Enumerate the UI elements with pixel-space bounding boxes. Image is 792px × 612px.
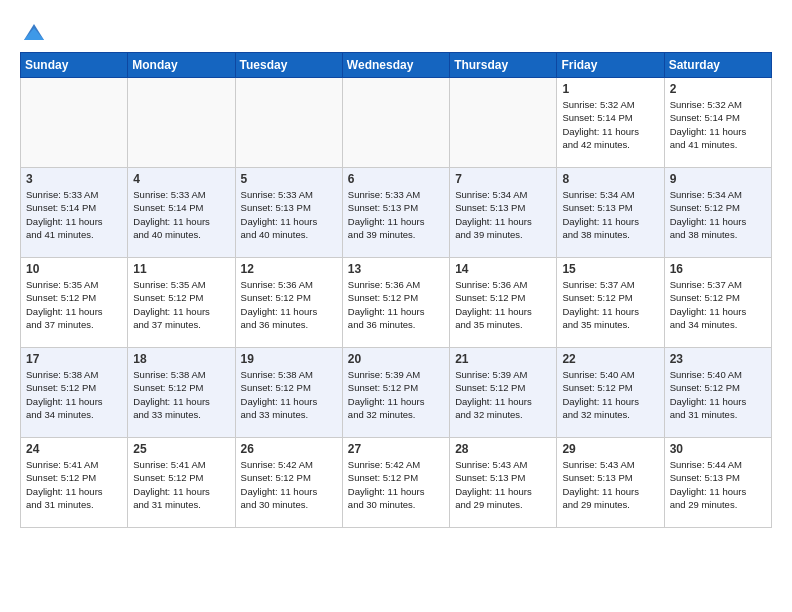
calendar-cell: 24Sunrise: 5:41 AM Sunset: 5:12 PM Dayli… — [21, 438, 128, 528]
weekday-header: Monday — [128, 53, 235, 78]
day-info: Sunrise: 5:33 AM Sunset: 5:14 PM Dayligh… — [133, 188, 229, 241]
calendar-cell: 20Sunrise: 5:39 AM Sunset: 5:12 PM Dayli… — [342, 348, 449, 438]
day-number: 6 — [348, 172, 444, 186]
calendar-cell: 14Sunrise: 5:36 AM Sunset: 5:12 PM Dayli… — [450, 258, 557, 348]
day-number: 14 — [455, 262, 551, 276]
weekday-header: Friday — [557, 53, 664, 78]
day-info: Sunrise: 5:34 AM Sunset: 5:13 PM Dayligh… — [455, 188, 551, 241]
calendar-cell: 1Sunrise: 5:32 AM Sunset: 5:14 PM Daylig… — [557, 78, 664, 168]
day-info: Sunrise: 5:37 AM Sunset: 5:12 PM Dayligh… — [670, 278, 766, 331]
day-number: 29 — [562, 442, 658, 456]
page-header — [20, 10, 772, 46]
weekday-header: Wednesday — [342, 53, 449, 78]
calendar-cell: 11Sunrise: 5:35 AM Sunset: 5:12 PM Dayli… — [128, 258, 235, 348]
day-info: Sunrise: 5:33 AM Sunset: 5:14 PM Dayligh… — [26, 188, 122, 241]
day-info: Sunrise: 5:37 AM Sunset: 5:12 PM Dayligh… — [562, 278, 658, 331]
day-info: Sunrise: 5:43 AM Sunset: 5:13 PM Dayligh… — [455, 458, 551, 511]
calendar-cell: 8Sunrise: 5:34 AM Sunset: 5:13 PM Daylig… — [557, 168, 664, 258]
calendar-cell: 15Sunrise: 5:37 AM Sunset: 5:12 PM Dayli… — [557, 258, 664, 348]
calendar-cell: 17Sunrise: 5:38 AM Sunset: 5:12 PM Dayli… — [21, 348, 128, 438]
day-number: 16 — [670, 262, 766, 276]
day-info: Sunrise: 5:36 AM Sunset: 5:12 PM Dayligh… — [241, 278, 337, 331]
day-number: 8 — [562, 172, 658, 186]
calendar-cell: 22Sunrise: 5:40 AM Sunset: 5:12 PM Dayli… — [557, 348, 664, 438]
calendar-cell: 5Sunrise: 5:33 AM Sunset: 5:13 PM Daylig… — [235, 168, 342, 258]
calendar-header-row: SundayMondayTuesdayWednesdayThursdayFrid… — [21, 53, 772, 78]
calendar-cell: 21Sunrise: 5:39 AM Sunset: 5:12 PM Dayli… — [450, 348, 557, 438]
day-info: Sunrise: 5:35 AM Sunset: 5:12 PM Dayligh… — [26, 278, 122, 331]
day-info: Sunrise: 5:35 AM Sunset: 5:12 PM Dayligh… — [133, 278, 229, 331]
day-info: Sunrise: 5:41 AM Sunset: 5:12 PM Dayligh… — [133, 458, 229, 511]
calendar-cell: 12Sunrise: 5:36 AM Sunset: 5:12 PM Dayli… — [235, 258, 342, 348]
day-info: Sunrise: 5:40 AM Sunset: 5:12 PM Dayligh… — [562, 368, 658, 421]
calendar-week-row: 10Sunrise: 5:35 AM Sunset: 5:12 PM Dayli… — [21, 258, 772, 348]
day-info: Sunrise: 5:34 AM Sunset: 5:13 PM Dayligh… — [562, 188, 658, 241]
day-number: 19 — [241, 352, 337, 366]
calendar-cell — [128, 78, 235, 168]
day-number: 7 — [455, 172, 551, 186]
calendar-cell: 27Sunrise: 5:42 AM Sunset: 5:12 PM Dayli… — [342, 438, 449, 528]
day-number: 15 — [562, 262, 658, 276]
weekday-header: Sunday — [21, 53, 128, 78]
day-number: 23 — [670, 352, 766, 366]
calendar-cell: 28Sunrise: 5:43 AM Sunset: 5:13 PM Dayli… — [450, 438, 557, 528]
day-number: 12 — [241, 262, 337, 276]
logo — [20, 10, 52, 46]
day-number: 2 — [670, 82, 766, 96]
day-info: Sunrise: 5:33 AM Sunset: 5:13 PM Dayligh… — [348, 188, 444, 241]
calendar-cell — [342, 78, 449, 168]
day-info: Sunrise: 5:41 AM Sunset: 5:12 PM Dayligh… — [26, 458, 122, 511]
day-number: 20 — [348, 352, 444, 366]
day-info: Sunrise: 5:36 AM Sunset: 5:12 PM Dayligh… — [348, 278, 444, 331]
day-info: Sunrise: 5:39 AM Sunset: 5:12 PM Dayligh… — [348, 368, 444, 421]
day-number: 10 — [26, 262, 122, 276]
day-number: 17 — [26, 352, 122, 366]
calendar-cell: 23Sunrise: 5:40 AM Sunset: 5:12 PM Dayli… — [664, 348, 771, 438]
day-number: 21 — [455, 352, 551, 366]
calendar-cell: 2Sunrise: 5:32 AM Sunset: 5:14 PM Daylig… — [664, 78, 771, 168]
day-info: Sunrise: 5:39 AM Sunset: 5:12 PM Dayligh… — [455, 368, 551, 421]
calendar-cell — [21, 78, 128, 168]
calendar-cell: 18Sunrise: 5:38 AM Sunset: 5:12 PM Dayli… — [128, 348, 235, 438]
day-info: Sunrise: 5:36 AM Sunset: 5:12 PM Dayligh… — [455, 278, 551, 331]
day-info: Sunrise: 5:38 AM Sunset: 5:12 PM Dayligh… — [241, 368, 337, 421]
day-number: 22 — [562, 352, 658, 366]
calendar-cell: 25Sunrise: 5:41 AM Sunset: 5:12 PM Dayli… — [128, 438, 235, 528]
calendar-cell — [450, 78, 557, 168]
calendar-cell: 4Sunrise: 5:33 AM Sunset: 5:14 PM Daylig… — [128, 168, 235, 258]
day-number: 27 — [348, 442, 444, 456]
day-number: 4 — [133, 172, 229, 186]
day-number: 26 — [241, 442, 337, 456]
day-info: Sunrise: 5:40 AM Sunset: 5:12 PM Dayligh… — [670, 368, 766, 421]
logo-icon — [20, 18, 48, 46]
day-info: Sunrise: 5:34 AM Sunset: 5:12 PM Dayligh… — [670, 188, 766, 241]
calendar-cell: 30Sunrise: 5:44 AM Sunset: 5:13 PM Dayli… — [664, 438, 771, 528]
day-number: 5 — [241, 172, 337, 186]
day-number: 9 — [670, 172, 766, 186]
day-info: Sunrise: 5:42 AM Sunset: 5:12 PM Dayligh… — [348, 458, 444, 511]
day-number: 11 — [133, 262, 229, 276]
calendar-cell: 7Sunrise: 5:34 AM Sunset: 5:13 PM Daylig… — [450, 168, 557, 258]
calendar-cell: 9Sunrise: 5:34 AM Sunset: 5:12 PM Daylig… — [664, 168, 771, 258]
day-number: 24 — [26, 442, 122, 456]
weekday-header: Thursday — [450, 53, 557, 78]
day-info: Sunrise: 5:43 AM Sunset: 5:13 PM Dayligh… — [562, 458, 658, 511]
calendar-week-row: 1Sunrise: 5:32 AM Sunset: 5:14 PM Daylig… — [21, 78, 772, 168]
calendar-cell: 16Sunrise: 5:37 AM Sunset: 5:12 PM Dayli… — [664, 258, 771, 348]
calendar-cell: 29Sunrise: 5:43 AM Sunset: 5:13 PM Dayli… — [557, 438, 664, 528]
calendar-table: SundayMondayTuesdayWednesdayThursdayFrid… — [20, 52, 772, 528]
calendar-cell: 26Sunrise: 5:42 AM Sunset: 5:12 PM Dayli… — [235, 438, 342, 528]
day-info: Sunrise: 5:33 AM Sunset: 5:13 PM Dayligh… — [241, 188, 337, 241]
day-info: Sunrise: 5:42 AM Sunset: 5:12 PM Dayligh… — [241, 458, 337, 511]
calendar-cell: 6Sunrise: 5:33 AM Sunset: 5:13 PM Daylig… — [342, 168, 449, 258]
day-number: 28 — [455, 442, 551, 456]
calendar-cell: 10Sunrise: 5:35 AM Sunset: 5:12 PM Dayli… — [21, 258, 128, 348]
day-info: Sunrise: 5:38 AM Sunset: 5:12 PM Dayligh… — [26, 368, 122, 421]
calendar-week-row: 24Sunrise: 5:41 AM Sunset: 5:12 PM Dayli… — [21, 438, 772, 528]
calendar-cell: 3Sunrise: 5:33 AM Sunset: 5:14 PM Daylig… — [21, 168, 128, 258]
calendar-cell: 13Sunrise: 5:36 AM Sunset: 5:12 PM Dayli… — [342, 258, 449, 348]
day-info: Sunrise: 5:32 AM Sunset: 5:14 PM Dayligh… — [562, 98, 658, 151]
day-info: Sunrise: 5:32 AM Sunset: 5:14 PM Dayligh… — [670, 98, 766, 151]
day-number: 25 — [133, 442, 229, 456]
day-number: 3 — [26, 172, 122, 186]
